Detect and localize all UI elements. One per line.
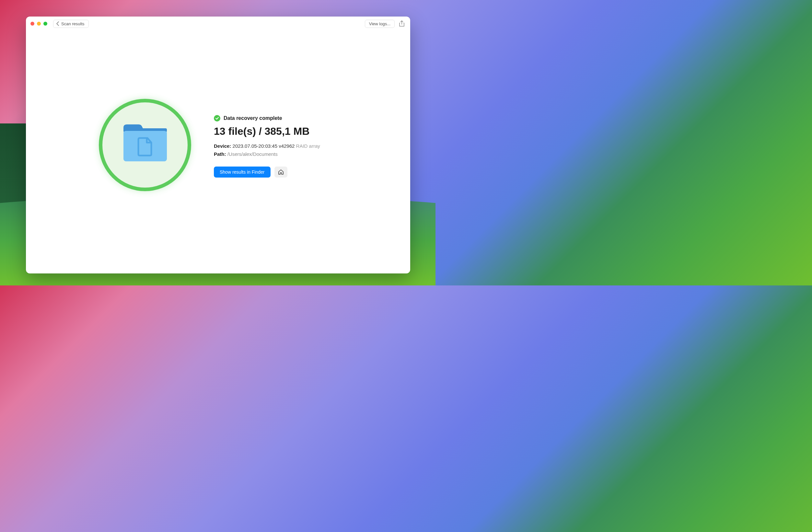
maximize-window-button[interactable] <box>43 22 47 26</box>
path-line: Path: /Users/alex/Documents <box>214 151 320 157</box>
show-in-finder-label: Show results in Finder <box>220 170 265 175</box>
folder-document-icon <box>121 123 170 168</box>
path-value: /Users/alex/Documents <box>228 151 278 157</box>
close-window-button[interactable] <box>30 22 34 26</box>
device-value: 2023.07.05-20:03:45 v42962 <box>233 143 295 149</box>
result-icon-circle <box>99 99 191 191</box>
action-row: Show results in Finder <box>214 167 320 177</box>
home-icon <box>278 169 284 175</box>
svg-rect-1 <box>124 131 167 161</box>
view-logs-button[interactable]: View logs... <box>365 20 395 28</box>
home-button[interactable] <box>274 167 287 177</box>
chevron-left-icon <box>56 21 59 26</box>
back-button[interactable]: Scan results <box>53 20 89 28</box>
show-in-finder-button[interactable]: Show results in Finder <box>214 167 271 177</box>
minimize-window-button[interactable] <box>37 22 41 26</box>
back-button-label: Scan results <box>61 21 85 26</box>
status-text: Data recovery complete <box>223 115 282 121</box>
device-line: Device: 2023.07.05-20:03:45 v42962 RAID … <box>214 143 320 149</box>
result-heading: 13 file(s) / 385,1 MB <box>214 125 320 138</box>
share-button[interactable] <box>398 20 406 28</box>
status-line: Data recovery complete <box>214 115 320 121</box>
path-label: Path: <box>214 151 226 157</box>
device-type: RAID array <box>296 143 320 149</box>
window-controls <box>30 22 47 26</box>
success-checkmark-icon <box>214 115 220 121</box>
share-icon <box>399 20 404 27</box>
info-section: Data recovery complete 13 file(s) / 385,… <box>214 99 320 177</box>
app-window: Scan results View logs... <box>26 16 410 273</box>
content-area: Data recovery complete 13 file(s) / 385,… <box>26 31 410 191</box>
window-titlebar: Scan results View logs... <box>26 16 410 31</box>
device-label: Device: <box>214 143 231 149</box>
view-logs-label: View logs... <box>369 21 390 26</box>
